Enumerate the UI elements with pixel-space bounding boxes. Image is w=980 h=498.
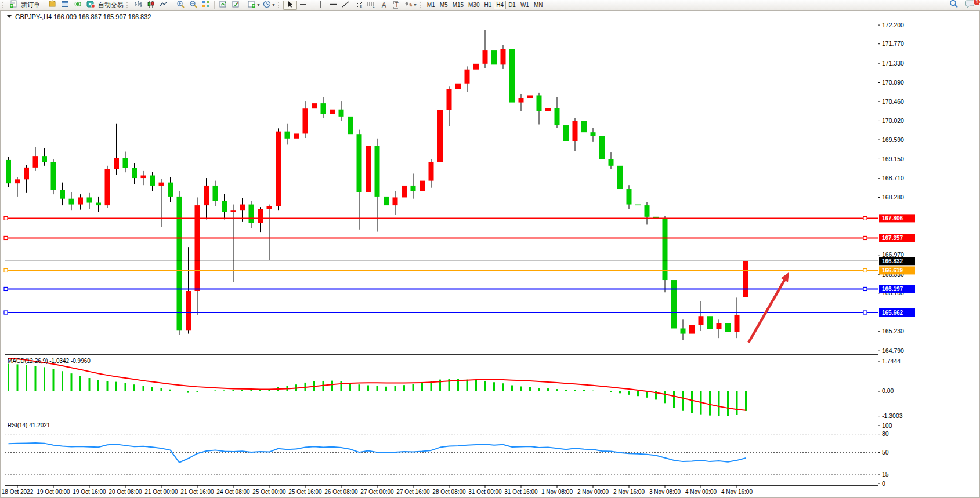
data-window-button[interactable] <box>59 1 71 10</box>
toolbar-separator <box>214 1 215 9</box>
candle <box>141 176 146 179</box>
price-line-handle[interactable] <box>4 287 8 290</box>
price-line-handle[interactable] <box>863 268 867 272</box>
macd-label: MACD(12,26,9) -1.0342 -0.9960 <box>8 358 91 364</box>
price-line-handle[interactable] <box>4 268 8 272</box>
fibonacci-button[interactable]: F <box>365 1 378 10</box>
text-label-button[interactable]: T <box>390 1 403 10</box>
tile-windows-button[interactable] <box>200 1 212 10</box>
strategy-tester-icon <box>74 0 82 10</box>
time-axis-label: 27 Oct 16:00 <box>396 489 430 495</box>
timeframe-button-M30[interactable]: M30 <box>466 1 482 9</box>
autotrading-label[interactable]: 自动交易 <box>98 1 124 9</box>
candle <box>635 205 641 206</box>
new-order-button[interactable] <box>7 1 20 10</box>
price-line-handle[interactable] <box>863 311 867 314</box>
chat-button[interactable]: 1 <box>964 1 977 10</box>
timeframe-button-H1[interactable]: H1 <box>482 1 494 9</box>
candle <box>339 110 344 117</box>
arrange-windows-button[interactable] <box>216 1 229 10</box>
text-label-icon: T <box>393 1 400 9</box>
candle <box>366 146 371 192</box>
candle <box>15 179 20 183</box>
timeframe-bar: M1M5M15M30H1H4D1W1MN <box>425 1 545 9</box>
profiles-button[interactable]: ▼ <box>262 1 277 10</box>
timeframe-button-M15[interactable]: M15 <box>450 1 466 9</box>
zoom-in-button[interactable] <box>174 1 187 10</box>
time-axis-label: 31 Oct 16:00 <box>504 489 538 495</box>
time-axis-label: 2 Nov 16:00 <box>613 489 645 495</box>
candle <box>473 64 479 70</box>
candle <box>159 183 164 186</box>
candle <box>699 316 704 325</box>
horizontal-line-button[interactable] <box>327 1 339 10</box>
market-watch-icon <box>48 0 56 10</box>
notification-badge[interactable]: 1 <box>973 0 980 6</box>
toolbar-grip[interactable] <box>278 2 281 8</box>
vertical-line-button[interactable] <box>314 1 327 10</box>
zoom-out-button[interactable] <box>187 1 200 10</box>
timeframe-button-D1[interactable]: D1 <box>506 1 518 9</box>
candle <box>411 186 416 191</box>
candle <box>429 162 434 181</box>
bar-chart-button[interactable] <box>132 1 144 10</box>
candle <box>627 189 632 205</box>
chevron-down-icon: ▼ <box>272 3 276 7</box>
chart-canvas[interactable]: 172.200171.770171.330170.890170.460170.0… <box>0 10 980 498</box>
time-axis-label: 19 Oct 00:00 <box>37 489 70 495</box>
candle <box>231 210 236 212</box>
rsi-axis-label: 100 <box>882 422 892 429</box>
channel-button[interactable]: E <box>352 1 365 10</box>
price-axis-label: 168.280 <box>882 194 904 201</box>
candle <box>42 156 47 162</box>
macd-panel[interactable] <box>5 357 878 419</box>
timeframe-button-W1[interactable]: W1 <box>518 1 531 9</box>
crosshair-button[interactable] <box>297 1 310 10</box>
bar-chart-icon <box>134 0 142 10</box>
candle <box>393 197 398 205</box>
autotrading-button[interactable] <box>84 1 97 10</box>
trendline-button[interactable] <box>339 1 352 10</box>
timeframe-button-M5[interactable]: M5 <box>437 1 450 9</box>
price-line-handle[interactable] <box>863 216 867 220</box>
line-chart-button[interactable] <box>157 1 170 10</box>
candle <box>303 108 308 133</box>
candle <box>563 125 569 141</box>
arrange-windows-icon <box>219 0 227 10</box>
timeframe-button-M1[interactable]: M1 <box>425 1 437 9</box>
price-line-handle[interactable] <box>4 311 8 314</box>
price-line-handle[interactable] <box>863 287 867 290</box>
cursor-button[interactable] <box>283 1 297 10</box>
rsi-panel[interactable] <box>5 421 878 486</box>
timeframe-button-H4[interactable]: H4 <box>494 1 506 9</box>
data-window-icon <box>61 0 69 10</box>
price-axis-label: 164.790 <box>882 347 904 354</box>
search-button[interactable] <box>948 1 960 10</box>
price-line-handle[interactable] <box>4 236 8 239</box>
toolbar-grip[interactable] <box>126 2 130 8</box>
candle <box>60 190 65 199</box>
price-badge-label: 166.619 <box>882 267 903 274</box>
candle <box>69 199 74 205</box>
timeframe-button-MN[interactable]: MN <box>531 1 545 9</box>
time-axis-label: 31 Oct 00:00 <box>468 489 502 495</box>
arrow-objects-button[interactable]: ▼ <box>403 1 418 10</box>
new-chart-button[interactable]: ▼ <box>246 1 262 10</box>
strategy-tester-button[interactable] <box>71 1 84 10</box>
main-chart-panel[interactable] <box>5 13 878 355</box>
price-line-handle[interactable] <box>4 216 8 220</box>
candle <box>491 50 497 64</box>
time-axis-label: 4 Nov 00:00 <box>685 489 717 495</box>
text-button[interactable]: A <box>378 1 390 10</box>
toolbar-grip[interactable] <box>2 2 5 8</box>
market-watch-button[interactable] <box>46 1 59 10</box>
candlestick-chart-button[interactable] <box>144 1 157 10</box>
new-order-label[interactable]: 新订单 <box>21 1 40 9</box>
cascade-windows-button[interactable] <box>229 1 242 10</box>
toolbar-separator <box>172 1 172 9</box>
candle <box>581 121 587 132</box>
chevron-down-icon: ▼ <box>256 3 261 7</box>
toolbar-grip[interactable] <box>420 2 423 8</box>
price-line-handle[interactable] <box>863 236 867 239</box>
macd-axis-label: 1.7444 <box>882 358 901 365</box>
